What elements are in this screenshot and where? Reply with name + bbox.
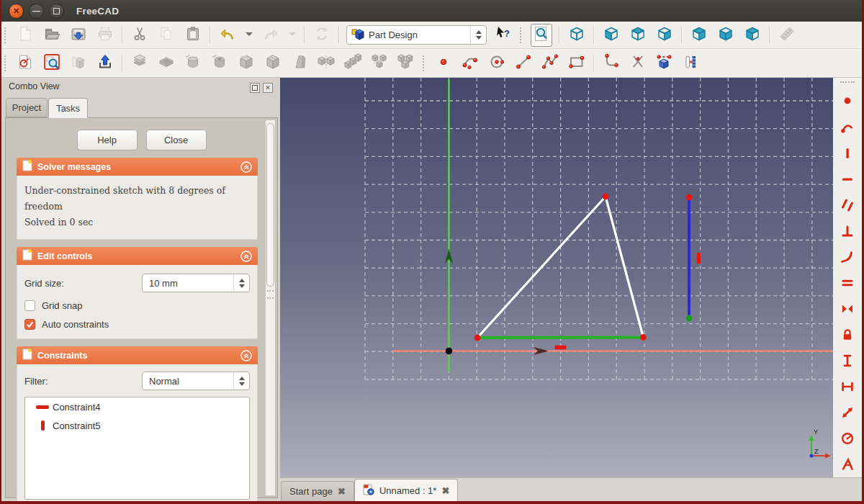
external-geometry-button[interactable] <box>654 53 675 74</box>
tab-close-icon[interactable]: ✖ <box>441 485 449 496</box>
new-sketch-button[interactable] <box>15 53 35 74</box>
sketch-canvas[interactable]: YXZ <box>280 78 833 477</box>
linear-pattern-button[interactable] <box>343 53 363 74</box>
window-minimize-button[interactable]: — <box>29 4 44 19</box>
redo-button[interactable] <box>261 24 281 46</box>
front-view-button[interactable] <box>601 24 621 46</box>
refresh-button[interactable] <box>312 24 332 46</box>
toolbar-grip[interactable] <box>840 81 855 86</box>
toolbar-grip[interactable] <box>423 55 427 71</box>
trim-edge-button[interactable] <box>628 53 648 74</box>
create-sketch-fillet-button[interactable] <box>601 53 621 74</box>
toolbar-grip[interactable] <box>520 27 524 43</box>
edit-controls-header[interactable]: Edit controls <box>17 247 258 265</box>
construction-mode-button[interactable] <box>681 53 701 74</box>
dock-close-icon[interactable]: ✕ <box>263 83 273 93</box>
redo-menu-button[interactable] <box>287 24 297 46</box>
filter-dropdown[interactable]: Normal <box>142 372 250 390</box>
multi-transform-button[interactable] <box>396 53 416 74</box>
top-view-button[interactable] <box>628 24 648 46</box>
rear-view-button[interactable] <box>689 24 709 46</box>
constrain-point-on-object-button[interactable] <box>838 119 857 138</box>
save-button[interactable] <box>68 24 89 46</box>
window-maximize-button[interactable] <box>49 4 64 19</box>
create-line-button[interactable] <box>513 53 534 74</box>
grid-size-spinbox[interactable]: 10 mm <box>142 274 250 292</box>
dropdown-arrows-icon[interactable] <box>470 26 486 44</box>
toolbar-grip[interactable] <box>4 27 9 43</box>
help-button[interactable]: Help <box>77 130 138 150</box>
fit-all-button[interactable] <box>531 24 552 47</box>
document-tab-unnamed-1[interactable]: Unnamed : 1*✖ <box>354 479 458 501</box>
paste-button[interactable] <box>183 24 203 46</box>
window-close-button[interactable]: ✕ <box>9 4 24 19</box>
scrollbar-thumb[interactable] <box>266 123 274 287</box>
bottom-view-button[interactable] <box>716 24 736 46</box>
cut-button[interactable] <box>130 24 150 46</box>
solver-messages-header[interactable]: Solver messages <box>17 158 258 176</box>
create-rectangle-button[interactable] <box>567 53 587 74</box>
close-button[interactable]: Close <box>146 130 207 150</box>
spinner-arrows[interactable] <box>233 274 249 292</box>
constrain-parallel-button[interactable] <box>838 197 857 215</box>
draft-button[interactable] <box>289 53 310 74</box>
groove-button[interactable] <box>210 53 230 74</box>
constraint-list-item[interactable]: Constraint4 <box>25 397 249 416</box>
tab-close-icon[interactable]: ✖ <box>338 486 346 497</box>
pocket-button[interactable] <box>156 53 176 74</box>
undo-menu-button[interactable] <box>244 24 254 46</box>
constrain-radius-button[interactable] <box>838 430 857 449</box>
edit-sketch-button[interactable] <box>42 53 62 74</box>
constrain-vertical-distance-button[interactable] <box>838 352 857 371</box>
right-view-button[interactable] <box>654 24 675 46</box>
constrain-horizontal-distance-button[interactable] <box>838 378 857 397</box>
toolbar-grip[interactable] <box>4 55 9 71</box>
collapse-icon[interactable] <box>240 161 252 173</box>
dock-float-icon[interactable] <box>250 83 260 93</box>
collapse-icon[interactable] <box>240 350 252 361</box>
revolution-button[interactable] <box>183 53 203 74</box>
constrain-vertical-button[interactable] <box>838 145 857 163</box>
constrain-horizontal-button[interactable] <box>838 171 857 189</box>
open-document-button[interactable] <box>42 24 62 46</box>
create-circle-button[interactable] <box>487 53 507 74</box>
constrain-lock-button[interactable] <box>838 326 857 345</box>
view-sketch-button[interactable] <box>68 53 89 74</box>
collapse-icon[interactable] <box>240 251 252 262</box>
constraint-list-item[interactable]: Constraint5 <box>25 416 249 435</box>
create-polyline-button[interactable] <box>540 53 560 74</box>
3d-viewport[interactable]: YXZ <box>280 78 833 477</box>
mirrored-button[interactable] <box>316 53 336 74</box>
workbench-selector[interactable]: Part Design <box>346 25 487 45</box>
measure-button[interactable] <box>777 24 797 46</box>
chamfer-button[interactable] <box>263 53 283 74</box>
map-sketch-button[interactable] <box>95 53 115 74</box>
constrain-tangent-button[interactable] <box>838 248 857 267</box>
constraint-list[interactable]: Constraint4Constraint5 <box>24 397 250 500</box>
new-document-button[interactable] <box>15 24 35 46</box>
left-view-button[interactable] <box>742 24 762 46</box>
copy-button[interactable] <box>156 24 176 46</box>
constrain-equal-button[interactable] <box>838 274 857 293</box>
constrain-coincident-button[interactable] <box>838 93 857 112</box>
constrain-angle-button[interactable] <box>838 456 857 474</box>
constraints-header[interactable]: Constraints <box>17 346 258 364</box>
constrain-distance-button[interactable] <box>838 404 857 423</box>
whats-this-button[interactable]: ? <box>493 24 513 46</box>
tasks-scrollbar[interactable] <box>265 120 276 496</box>
undo-button[interactable] <box>217 24 238 46</box>
print-button[interactable] <box>95 24 115 46</box>
polar-pattern-button[interactable] <box>369 53 390 74</box>
tab-tasks[interactable]: Tasks <box>48 98 88 118</box>
auto-constraints-checkbox[interactable] <box>24 319 35 330</box>
grid-snap-checkbox[interactable] <box>24 300 35 311</box>
pad-button[interactable] <box>130 53 150 74</box>
spinner-arrows[interactable] <box>233 372 249 390</box>
tab-project[interactable]: Project <box>6 98 48 117</box>
axonometric-view-button[interactable] <box>567 24 587 46</box>
fillet-button[interactable] <box>236 53 256 74</box>
constrain-symmetric-button[interactable] <box>838 300 857 319</box>
create-point-button[interactable] <box>433 53 454 74</box>
constrain-perpendicular-button[interactable] <box>838 222 857 241</box>
create-arc-button[interactable] <box>460 53 480 74</box>
